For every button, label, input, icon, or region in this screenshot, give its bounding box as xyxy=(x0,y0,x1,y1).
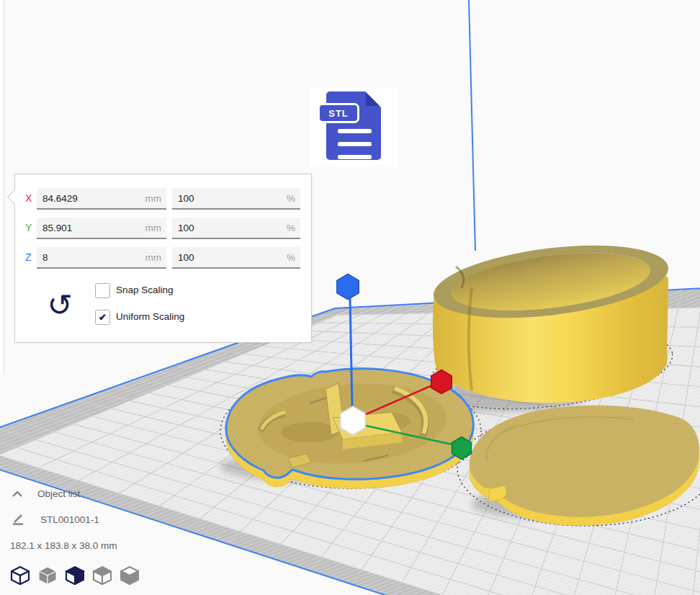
scale-tool-panel: X mm % Y mm % Z mm xyxy=(14,174,312,343)
snap-scaling-label[interactable]: Snap Scaling xyxy=(116,285,174,295)
camera-view-toolbar xyxy=(10,566,140,585)
scale-x-mm-field[interactable]: mm xyxy=(37,188,166,210)
scale-z-mm-input[interactable] xyxy=(42,252,122,263)
scale-handle-z[interactable] xyxy=(337,274,359,300)
scale-y-mm-input[interactable] xyxy=(42,223,122,233)
cura-workspace: STL X mm % Y mm xyxy=(0,0,700,595)
mm-unit-label: mm xyxy=(145,193,162,204)
mesh-type-pencil-icon xyxy=(12,513,26,526)
document-fold-flap-icon xyxy=(366,92,380,106)
scale-x-percent-field[interactable]: % xyxy=(172,188,300,210)
percent-unit-label: % xyxy=(287,193,295,204)
scale-row-y: Y mm % xyxy=(15,218,311,239)
scale-row-x: X mm % xyxy=(15,188,311,210)
view-left-button[interactable] xyxy=(92,566,112,585)
scale-y-mm-field[interactable]: mm xyxy=(37,218,166,239)
object-name: STL001001-1 xyxy=(40,514,99,525)
object-dimensions: 182.1 x 183.8 x 38.0 mm xyxy=(10,540,117,551)
view-3d-button[interactable] xyxy=(10,566,30,585)
uniform-scaling-checkbox[interactable]: ✔ xyxy=(95,310,110,325)
scale-row-z: Z mm % xyxy=(15,247,311,269)
object-list-header[interactable]: Object list xyxy=(10,488,80,499)
mm-unit-label: mm xyxy=(145,252,162,263)
left-toolbar-edge xyxy=(0,0,4,375)
scale-z-percent-field[interactable]: % xyxy=(172,247,300,269)
uniform-scaling-label[interactable]: Uniform Scaling xyxy=(116,311,184,322)
percent-unit-label: % xyxy=(287,252,295,263)
reset-scale-button[interactable]: ↺ xyxy=(44,289,76,322)
scale-handle-y[interactable] xyxy=(452,437,472,460)
stl-document-icon: STL xyxy=(326,91,381,160)
snap-scaling-checkbox[interactable] xyxy=(95,283,110,298)
document-line-icon xyxy=(338,142,372,146)
percent-unit-label: % xyxy=(287,223,295,233)
object-list-item[interactable]: STL001001-1 xyxy=(12,513,99,526)
stl-badge: STL xyxy=(318,103,359,123)
scale-x-percent-input[interactable] xyxy=(178,193,257,204)
build-volume-edge xyxy=(469,0,475,251)
scale-handle-x[interactable] xyxy=(431,370,452,394)
scale-y-percent-field[interactable]: % xyxy=(172,218,300,239)
document-line-icon xyxy=(338,155,372,159)
object-list-title: Object list xyxy=(37,488,80,499)
chevron-up-icon xyxy=(10,489,24,499)
mm-unit-label: mm xyxy=(145,223,162,233)
view-top-button[interactable] xyxy=(65,566,85,585)
scale-x-mm-input[interactable] xyxy=(42,193,122,204)
view-right-button[interactable] xyxy=(120,566,140,585)
view-front-button[interactable] xyxy=(37,566,58,585)
document-line-icon xyxy=(338,129,372,133)
scale-z-percent-input[interactable] xyxy=(178,252,257,263)
check-mark-icon: ✔ xyxy=(99,313,107,322)
scale-y-percent-input[interactable] xyxy=(178,223,257,233)
scale-z-mm-field[interactable]: mm xyxy=(37,247,166,269)
stl-file-thumbnail: STL xyxy=(310,88,398,167)
